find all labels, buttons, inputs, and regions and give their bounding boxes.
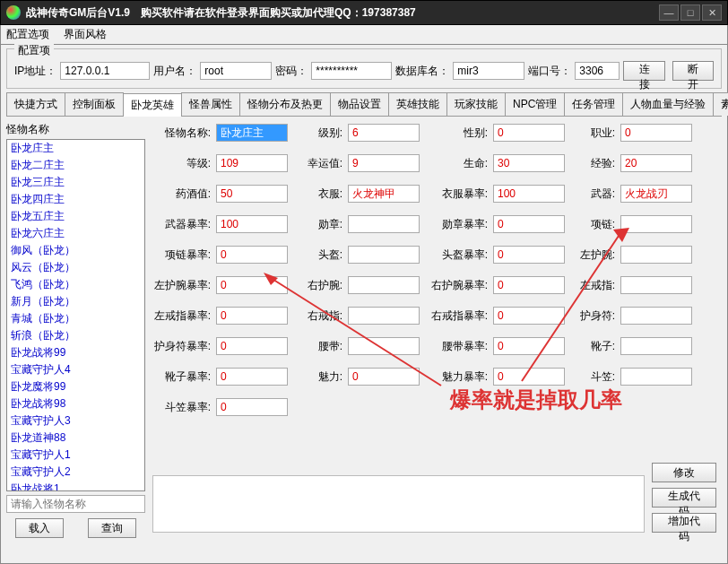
tab-6[interactable]: 英雄技能 [388,92,447,116]
port-input[interactable] [575,62,620,80]
close-button[interactable]: ✕ [702,4,722,21]
tab-11[interactable]: 素材热更 [713,92,728,116]
field-input[interactable] [348,246,420,264]
field-input[interactable] [620,124,692,142]
list-item[interactable]: 卧龙战将99 [7,344,144,361]
ip-input[interactable] [60,62,150,80]
field-label: 职业: [570,126,615,141]
list-item[interactable]: 卧龙魔将99 [7,378,144,395]
field-input[interactable] [216,398,288,416]
menu-style[interactable]: 界面风格 [64,27,107,42]
list-item[interactable]: 卧龙六庄主 [7,225,144,242]
tab-5[interactable]: 物品设置 [330,92,389,116]
field-input[interactable] [348,124,420,142]
connect-button[interactable]: 连接 [623,61,664,81]
gencode-button[interactable]: 生成代码 [652,488,716,508]
field-input[interactable] [620,276,692,294]
field-input[interactable] [493,154,565,172]
field-label: 左戒指暴率: [152,308,211,324]
field-input[interactable] [348,337,420,355]
field-input[interactable] [216,185,288,203]
field-input[interactable] [620,215,692,233]
list-item[interactable]: 卧龙三庄主 [7,174,144,191]
list-item[interactable]: 卧龙二庄主 [7,157,144,174]
field-input[interactable] [348,276,420,294]
field-input[interactable] [348,215,420,233]
list-item[interactable]: 卧龙战将1 [7,481,144,491]
list-item[interactable]: 新月（卧龙） [7,293,144,310]
field-input[interactable] [493,368,565,386]
field-input[interactable] [493,337,565,355]
tab-8[interactable]: NPC管理 [505,92,565,116]
list-item[interactable]: 风云（卧龙） [7,259,144,276]
field-label: 靴子: [570,339,615,354]
field-label: 经验: [570,156,615,171]
pwd-input[interactable] [311,62,392,80]
fieldset-legend: 配置项 [14,43,54,58]
field-input[interactable] [493,246,565,264]
list-item[interactable]: 青城（卧龙） [7,310,144,327]
field-input[interactable] [216,337,288,355]
field-input[interactable] [348,154,420,172]
field-input[interactable] [216,307,288,325]
field-input[interactable] [493,124,565,142]
db-input[interactable] [453,62,524,80]
modify-button[interactable]: 修改 [652,463,716,482]
field-input[interactable] [348,368,420,386]
tab-3[interactable]: 怪兽属性 [181,92,240,116]
tab-4[interactable]: 怪物分布及热更 [239,92,331,116]
field-input[interactable] [620,337,692,355]
tab-2[interactable]: 卧龙英雄 [123,93,182,117]
field-label: 左戒指: [570,278,615,293]
tab-10[interactable]: 人物血量与经验 [622,92,714,116]
list-item[interactable]: 宝藏守护人3 [7,412,144,430]
field-label: 性别: [425,126,488,141]
search-input[interactable] [6,495,145,513]
tab-7[interactable]: 玩家技能 [446,92,506,116]
user-input[interactable] [200,62,272,80]
list-item[interactable]: 飞鸿（卧龙） [7,276,144,293]
field-input[interactable] [216,215,288,233]
tab-1[interactable]: 控制面板 [65,92,124,116]
field-label: 左护腕: [570,247,615,263]
field-input[interactable] [493,215,565,233]
minimize-button[interactable]: — [659,4,679,21]
list-item[interactable]: 宝藏守护人2 [7,464,144,481]
list-item[interactable]: 御风（卧龙） [7,242,144,259]
field-label: 护身符暴率: [152,339,211,354]
maximize-button[interactable]: □ [680,4,700,21]
field-input[interactable] [216,368,288,386]
field-label: 靴子暴率: [152,369,211,385]
field-input[interactable] [620,185,692,203]
list-item[interactable]: 卧龙庄主 [7,140,144,157]
list-item[interactable]: 宝藏守护人4 [7,361,144,378]
tab-9[interactable]: 任务管理 [564,92,623,116]
query-button[interactable]: 查询 [88,518,136,538]
field-input[interactable] [620,307,692,325]
field-input[interactable] [493,185,565,203]
field-input[interactable] [620,368,692,386]
field-input[interactable] [216,154,288,172]
menu-config[interactable]: 配置选项 [6,27,49,42]
list-item[interactable]: 斩浪（卧龙） [7,327,144,344]
field-input[interactable] [620,246,692,264]
load-button[interactable]: 载入 [15,518,64,538]
list-item[interactable]: 宝藏守护人1 [7,447,144,464]
field-input[interactable] [493,307,565,325]
field-input[interactable] [216,246,288,264]
list-item[interactable]: 卧龙四庄主 [7,191,144,208]
tab-0[interactable]: 快捷方式 [6,92,65,116]
list-item[interactable]: 卧龙五庄主 [7,208,144,225]
field-input[interactable] [348,185,420,203]
field-input[interactable] [620,154,692,172]
field-input[interactable] [216,276,288,294]
field-input[interactable] [493,276,565,294]
disconnect-button[interactable]: 断开 [672,61,714,81]
monster-listbox[interactable]: 卧龙庄主卧龙二庄主卧龙三庄主卧龙四庄主卧龙五庄主卧龙六庄主御风（卧龙）风云（卧龙… [6,139,145,491]
field-input[interactable] [216,124,288,142]
list-item[interactable]: 卧龙战将98 [7,395,144,412]
list-item[interactable]: 卧龙道神88 [7,430,144,447]
field-label: 护身符: [570,308,615,324]
field-input[interactable] [348,307,420,325]
addcode-button[interactable]: 增加代码 [652,513,716,533]
